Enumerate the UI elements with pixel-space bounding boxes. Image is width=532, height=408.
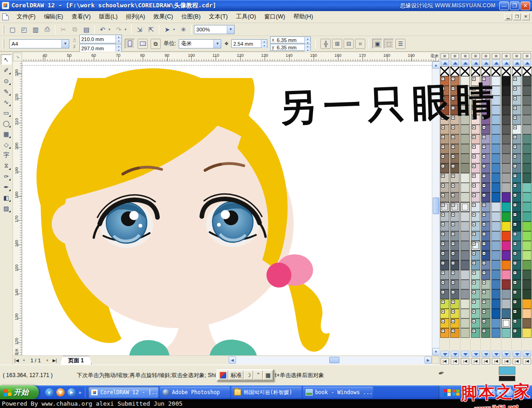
horizontal-scrollbar[interactable]: ◀ ▶	[229, 356, 432, 364]
color-swatch[interactable]	[502, 280, 511, 289]
color-swatch[interactable]	[440, 231, 449, 241]
color-swatch[interactable]	[460, 222, 470, 231]
palette-scroll-down-icon[interactable]	[523, 351, 531, 357]
color-swatch[interactable]	[522, 251, 532, 260]
color-swatch[interactable]	[481, 96, 490, 105]
color-swatch[interactable]	[512, 134, 521, 144]
menu-item[interactable]: 帮助(H)	[289, 12, 317, 22]
color-swatch[interactable]	[440, 115, 449, 125]
taskbar-task[interactable]: 韩国박지원(朴智媛)	[231, 387, 302, 398]
color-swatch[interactable]	[522, 270, 532, 280]
color-swatch[interactable]	[450, 212, 459, 222]
color-swatch[interactable]	[460, 280, 470, 289]
palette-scroll-up-icon[interactable]	[513, 60, 521, 66]
palette-flyout-button[interactable]: |◀	[502, 358, 510, 365]
color-swatch[interactable]	[450, 241, 459, 251]
color-swatch[interactable]	[522, 318, 532, 328]
open-icon[interactable]: ◰	[18, 24, 30, 35]
color-swatch[interactable]	[481, 105, 490, 115]
menu-item[interactable]: 查看(V)	[67, 12, 95, 22]
chevron-down-icon[interactable]: ▼	[227, 25, 234, 34]
add-page-before-button[interactable]: +	[20, 357, 28, 364]
close-button[interactable]: ✕	[520, 1, 530, 10]
color-swatch[interactable]	[502, 125, 511, 134]
color-swatch[interactable]	[440, 183, 449, 192]
snap-to-grid-icon[interactable]: ╬	[320, 39, 331, 49]
color-swatch[interactable]	[512, 280, 521, 289]
color-swatch[interactable]	[502, 270, 511, 280]
color-swatch[interactable]	[502, 222, 511, 231]
menu-item[interactable]: 排列(A)	[122, 12, 150, 22]
color-swatch[interactable]	[522, 125, 532, 134]
outline-tool[interactable]: ✒	[1, 182, 12, 192]
menu-item[interactable]: 版面(L)	[95, 12, 121, 22]
flash-icon[interactable]: ✾	[56, 388, 65, 396]
color-swatch[interactable]	[450, 270, 459, 280]
color-swatch[interactable]	[460, 76, 470, 86]
color-swatch[interactable]	[440, 241, 449, 251]
color-swatch[interactable]	[491, 125, 501, 134]
color-swatch[interactable]	[460, 241, 470, 251]
color-swatch[interactable]	[481, 309, 490, 318]
ime-keyboard-icon[interactable]: ▦	[263, 371, 272, 380]
palette-menu-icon[interactable]: ⊞	[492, 53, 500, 59]
treat-as-filled-icon[interactable]: ▣	[372, 39, 382, 49]
color-swatch[interactable]	[440, 154, 449, 163]
color-swatch[interactable]	[512, 328, 521, 338]
color-swatch[interactable]	[481, 270, 490, 280]
color-swatch[interactable]	[491, 222, 501, 231]
color-swatch[interactable]	[502, 134, 511, 144]
palette-scroll-up-icon[interactable]	[472, 60, 480, 66]
color-swatch[interactable]	[502, 328, 511, 338]
media-previous-icon[interactable]: ◂	[488, 389, 496, 396]
color-swatch[interactable]	[512, 144, 521, 154]
chevron-down-icon[interactable]: ▾	[125, 28, 129, 31]
color-swatch[interactable]	[512, 270, 521, 280]
color-swatch[interactable]	[512, 96, 521, 105]
scroll-left-icon[interactable]: ◀	[229, 356, 236, 364]
undo-icon[interactable]: ↶	[97, 24, 108, 35]
color-swatch[interactable]	[491, 163, 501, 173]
color-swatch[interactable]	[512, 183, 521, 192]
spinner[interactable]: ▴▾	[261, 40, 267, 48]
color-swatch[interactable]	[491, 134, 501, 144]
color-swatch[interactable]	[481, 231, 490, 241]
color-swatch[interactable]	[481, 134, 490, 144]
no-color-swatch[interactable]	[440, 66, 449, 76]
color-swatch[interactable]	[440, 202, 449, 212]
palette-flyout-button[interactable]: |◀	[482, 358, 490, 365]
color-swatch[interactable]	[450, 318, 459, 328]
add-page-after-button[interactable]: +	[43, 357, 51, 364]
color-swatch[interactable]	[450, 163, 459, 173]
color-swatch[interactable]	[460, 134, 470, 144]
color-swatch[interactable]	[450, 289, 459, 299]
color-swatch[interactable]	[491, 241, 501, 251]
color-swatch[interactable]	[450, 134, 459, 144]
color-swatch[interactable]	[522, 173, 532, 183]
color-swatch[interactable]	[491, 260, 501, 270]
color-swatch[interactable]	[491, 212, 501, 222]
color-swatch[interactable]	[522, 299, 532, 309]
color-swatch[interactable]	[460, 192, 470, 202]
color-swatch[interactable]	[502, 115, 511, 125]
palette-flyout-button[interactable]: |◀	[513, 358, 521, 365]
media-pause-icon[interactable]: ‖	[470, 389, 478, 396]
all-pages-icon[interactable]: ⧉	[151, 39, 161, 49]
color-swatch[interactable]	[481, 154, 490, 163]
nudge-field[interactable]: 2.54 mm ▴▾	[231, 39, 267, 48]
color-swatch[interactable]	[491, 309, 501, 318]
color-swatch[interactable]	[460, 231, 470, 241]
palette-menu-icon[interactable]: ⊞	[441, 53, 449, 59]
color-swatch[interactable]	[522, 86, 532, 96]
color-swatch[interactable]	[522, 144, 532, 154]
color-swatch[interactable]	[440, 173, 449, 183]
color-swatch[interactable]	[471, 86, 480, 96]
color-swatch[interactable]	[522, 222, 532, 231]
color-swatch[interactable]	[491, 299, 501, 309]
color-swatch[interactable]	[450, 309, 459, 318]
color-swatch[interactable]	[450, 280, 459, 289]
shape-tool[interactable]: ✐	[1, 65, 12, 75]
color-swatch[interactable]	[502, 192, 511, 202]
export-icon[interactable]: ⇱	[145, 24, 157, 35]
save-icon[interactable]: ▥	[30, 24, 41, 35]
